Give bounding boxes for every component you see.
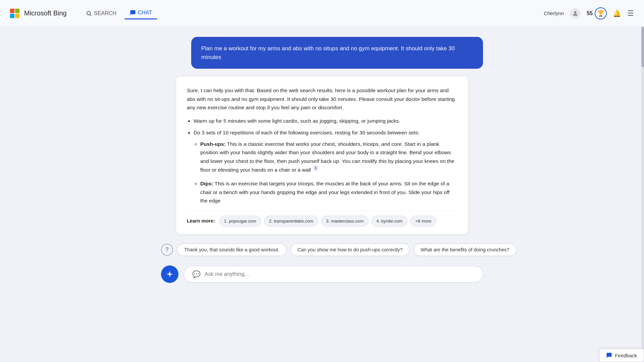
score-badge: 55 🏆 xyxy=(587,7,607,19)
person-icon xyxy=(572,10,579,17)
learn-more-link-3[interactable]: 3. masterclass.com xyxy=(321,216,369,227)
ai-intro-text: Sure, I can help you with that. Based on… xyxy=(187,86,457,112)
svg-rect-2 xyxy=(10,14,14,18)
svg-point-4 xyxy=(87,11,91,15)
svg-line-5 xyxy=(90,14,91,16)
chat-bubble-icon: 💬 xyxy=(192,270,201,278)
bot-spark-icon xyxy=(165,269,174,279)
header-right: Cherlynn 55 🏆 🔔 ☰ xyxy=(544,7,634,19)
bing-bot-avatar xyxy=(161,265,178,283)
chat-input-row: 💬 xyxy=(161,265,483,283)
logo-area: Microsoft Bing xyxy=(10,9,70,18)
suggestion-help-icon: ? xyxy=(161,244,173,256)
scroll-track xyxy=(641,27,644,362)
header: Microsoft Bing SEARCH CHAT Cherlynn 55 xyxy=(0,0,644,27)
learn-more-section: Learn more: 1. popsugar.com 2. transpare… xyxy=(187,210,457,227)
sub-bullet-dips: Dips: This is an exercise that targets y… xyxy=(200,179,457,205)
sub-bullet-list: Push-ups: This is a classic exercise tha… xyxy=(200,140,457,205)
ai-bullet-list: Warm up for 5 minutes with some light ca… xyxy=(194,117,457,205)
user-message-bubble: Plan me a workout for my arms and abs wi… xyxy=(191,37,483,69)
feedback-button[interactable]: Feedback xyxy=(599,349,644,362)
chat-input[interactable] xyxy=(205,271,475,277)
user-name: Cherlynn xyxy=(544,10,564,16)
sub-bullet-pushups: Push-ups: This is a classic exercise tha… xyxy=(200,140,457,174)
scroll-thumb[interactable] xyxy=(641,27,644,67)
microsoft-logo-icon xyxy=(10,9,19,18)
ai-response-card: Sure, I can help you with that. Based on… xyxy=(176,77,468,234)
nav-search[interactable]: SEARCH xyxy=(80,8,122,19)
learn-more-label: Learn more: xyxy=(187,217,215,225)
user-avatar[interactable] xyxy=(570,8,581,19)
svg-rect-0 xyxy=(10,9,14,13)
main-content: Plan me a workout for my arms and abs wi… xyxy=(154,27,490,323)
bullet-2: Do 3 sets of 10 repetitions of each of t… xyxy=(194,128,457,205)
feedback-label: Feedback xyxy=(615,353,637,358)
suggestion-chip-3[interactable]: What are the benefits of doing crunches? xyxy=(414,243,516,256)
search-nav-icon xyxy=(86,10,92,16)
bullet-1: Warm up for 5 minutes with some light ca… xyxy=(194,117,457,125)
logo-text: Microsoft Bing xyxy=(24,9,67,17)
chat-input-box: 💬 xyxy=(184,266,483,283)
nav-bar: SEARCH CHAT xyxy=(80,7,157,19)
hamburger-menu-icon[interactable]: ☰ xyxy=(627,9,634,18)
feedback-icon xyxy=(606,352,612,358)
suggestion-chip-2[interactable]: Can you show me how to do push-ups corre… xyxy=(290,243,410,256)
svg-rect-1 xyxy=(15,9,19,13)
learn-more-link-2[interactable]: 2. transparentlabs.com xyxy=(264,216,318,227)
notification-bell-icon[interactable]: 🔔 xyxy=(613,9,621,17)
learn-more-link-4[interactable]: 4. byrdie.com xyxy=(371,216,408,227)
suggestion-chip-1[interactable]: Thank you, that sounds like a good worko… xyxy=(177,243,286,256)
learn-more-link-more[interactable]: +8 more xyxy=(410,216,436,227)
nav-chat[interactable]: CHAT xyxy=(124,7,157,19)
svg-point-6 xyxy=(574,11,577,13)
suggestions-row: ? Thank you, that sounds like a good wor… xyxy=(161,243,483,256)
trophy-icon: 🏆 xyxy=(595,7,607,19)
footnote-1: 1 xyxy=(313,166,318,171)
learn-more-link-1[interactable]: 1. popsugar.com xyxy=(219,216,261,227)
chat-nav-icon xyxy=(130,10,136,16)
svg-rect-3 xyxy=(15,14,19,18)
